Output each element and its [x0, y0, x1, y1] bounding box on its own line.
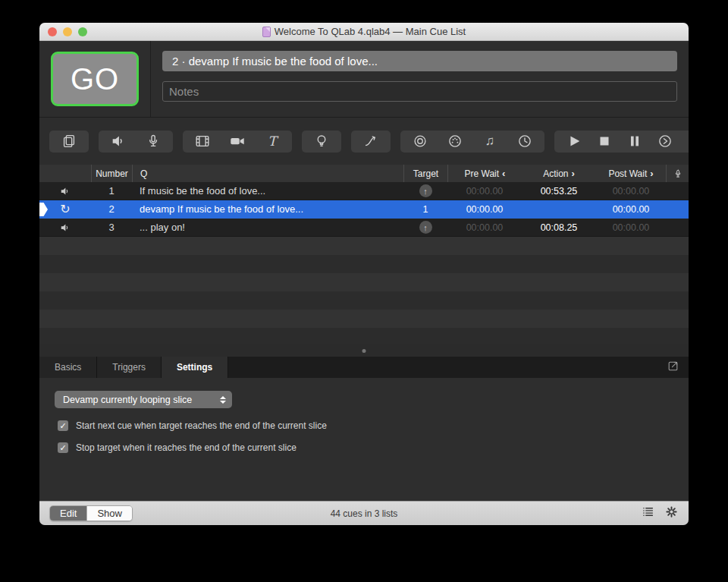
post-wait-value: 00:00.00	[596, 200, 666, 218]
header-section: GO 2 · devamp If music be the food of lo…	[39, 41, 689, 117]
start-next-cue-option[interactable]: ✓ Start next cue when target reaches the…	[58, 420, 689, 431]
gear-icon	[664, 505, 679, 519]
pause-icon[interactable]	[626, 133, 643, 149]
cue-row-1[interactable]: 1 If music be the food of love... ↑ 00:0…	[39, 182, 689, 200]
toolbar-group-network: ♫	[400, 131, 544, 153]
go-cell: GO	[39, 41, 151, 117]
pre-wait-chevron-icon[interactable]: ‹	[502, 168, 505, 179]
mic-cue-icon[interactable]	[145, 133, 162, 149]
camera-cue-icon[interactable]	[229, 133, 246, 149]
status-column-header	[39, 165, 91, 182]
toolbar-group-audio	[99, 131, 173, 153]
popout-inspector-button[interactable]	[667, 360, 679, 376]
inspector-splitter[interactable]	[39, 344, 689, 357]
timecode-cue-icon[interactable]	[516, 133, 533, 149]
mic-cell	[666, 200, 689, 218]
status-bar: Edit Show 44 cues in 3 lists	[39, 501, 689, 525]
popout-icon	[667, 360, 679, 373]
cue-name: If music be the food of love...	[132, 182, 403, 200]
mic-icon	[673, 168, 683, 179]
toolbar-group-light	[302, 131, 341, 153]
zoom-window-button[interactable]	[78, 27, 87, 36]
dropdown-chevrons-icon	[220, 396, 226, 404]
cue-target: ↑	[403, 219, 447, 236]
checkbox-label: Start next cue when target reaches the e…	[76, 420, 327, 431]
stop-target-option[interactable]: ✓ Stop target when it reaches the end of…	[58, 442, 689, 453]
network-cue-icon[interactable]	[412, 133, 428, 149]
pre-wait-column-header[interactable]: Pre Wait‹	[447, 165, 522, 182]
midi-file-cue-icon[interactable]: ♫	[482, 133, 498, 149]
cue-toolbar: T ♫	[39, 117, 689, 165]
cue-name: devamp If music be the food of love...	[132, 200, 403, 218]
group-cue-icon[interactable]	[61, 133, 77, 149]
show-mode-button[interactable]: Show	[86, 506, 132, 521]
target-up-arrow-icon: ↑	[419, 221, 432, 234]
current-cue-display[interactable]: 2 · devamp If music be the food of love.…	[162, 51, 677, 71]
action-value: 00:53.25	[522, 182, 596, 200]
post-wait-value: 00:00.00	[596, 182, 666, 200]
splitter-handle-icon[interactable]	[362, 349, 366, 353]
post-wait-column-header[interactable]: Post Wait›	[596, 165, 666, 182]
fade-cue-icon[interactable]	[362, 133, 379, 149]
devamp-mode-value: Devamp currently looping slice	[63, 395, 220, 405]
target-up-arrow-icon: ↑	[419, 184, 432, 197]
pre-wait-value: 00:00.00	[447, 200, 522, 218]
mic-column-header[interactable]	[666, 165, 689, 182]
cue-name: ... play on!	[132, 219, 403, 236]
workspace-settings-button[interactable]	[664, 505, 679, 522]
cue-count-summary: 44 cues in 3 lists	[331, 508, 398, 519]
header-right: 2 · devamp If music be the food of love.…	[151, 41, 689, 117]
window-title: Welcome To QLab 4.qlab4 — Main Cue List	[275, 26, 466, 37]
text-cue-icon[interactable]: T	[264, 133, 281, 149]
number-column-header[interactable]: Number	[91, 165, 132, 182]
cue-row-3[interactable]: 3 ... play on! ↑ 00:00.00 00:08.25 00:00…	[39, 219, 689, 237]
tab-settings[interactable]: Settings	[162, 357, 228, 378]
edit-mode-button[interactable]: Edit	[50, 506, 86, 521]
notes-input[interactable]: Notes	[162, 81, 677, 102]
close-window-button[interactable]	[48, 27, 57, 36]
inspector-tab-bar: Basics Triggers Settings	[39, 357, 689, 378]
toolbar-group-fade	[351, 131, 391, 153]
toolbar-group-cue	[49, 131, 89, 153]
mic-cell	[666, 219, 689, 236]
reset-icon[interactable]: ↶	[687, 133, 689, 149]
empty-cue-list-area[interactable]	[39, 237, 689, 344]
minimize-window-button[interactable]	[63, 27, 72, 36]
midi-cue-icon[interactable]	[447, 133, 463, 149]
q-column-header[interactable]: Q	[132, 165, 403, 182]
post-wait-chevron-icon[interactable]: ›	[650, 168, 653, 179]
mic-cell	[666, 182, 689, 200]
traffic-lights	[48, 27, 87, 36]
load-icon[interactable]	[657, 133, 673, 149]
cue-target: 1	[403, 200, 447, 218]
checkbox-checked-icon[interactable]: ✓	[58, 442, 68, 453]
checkbox-checked-icon[interactable]: ✓	[58, 420, 68, 431]
list-icon	[641, 505, 655, 519]
target-column-header[interactable]: Target	[403, 165, 447, 182]
action-value: 00:08.25	[522, 219, 596, 236]
action-column-header[interactable]: Action›	[522, 165, 596, 182]
cue-lists-button[interactable]	[641, 505, 655, 522]
cue-row-2-selected[interactable]: ↻ 2 devamp If music be the food of love.…	[39, 200, 689, 219]
cue-number: 2	[91, 200, 132, 218]
start-icon[interactable]	[566, 133, 582, 149]
tab-basics[interactable]: Basics	[39, 357, 97, 378]
pre-wait-value: 00:00.00	[447, 219, 522, 236]
post-wait-value: 00:00.00	[596, 219, 666, 236]
pre-wait-value: 00:00.00	[447, 182, 522, 200]
action-value	[522, 200, 596, 218]
go-button[interactable]: GO	[51, 52, 139, 106]
devamp-mode-select[interactable]: Devamp currently looping slice	[55, 391, 232, 408]
toolbar-group-control: ↶ ↻ →	[554, 131, 689, 153]
audio-cue-type-icon	[39, 182, 91, 200]
tab-triggers[interactable]: Triggers	[97, 357, 162, 378]
checkbox-label: Stop target when it reaches the end of t…	[76, 442, 297, 453]
edit-show-segmented-control: Edit Show	[49, 505, 133, 521]
settings-panel: Devamp currently looping slice ✓ Start n…	[39, 378, 689, 501]
audio-cue-type-icon	[39, 219, 91, 236]
action-chevron-icon[interactable]: ›	[572, 168, 575, 179]
stop-icon[interactable]	[596, 133, 613, 149]
video-cue-icon[interactable]	[194, 133, 211, 149]
light-cue-icon[interactable]	[313, 133, 330, 149]
audio-cue-icon[interactable]	[110, 133, 127, 149]
